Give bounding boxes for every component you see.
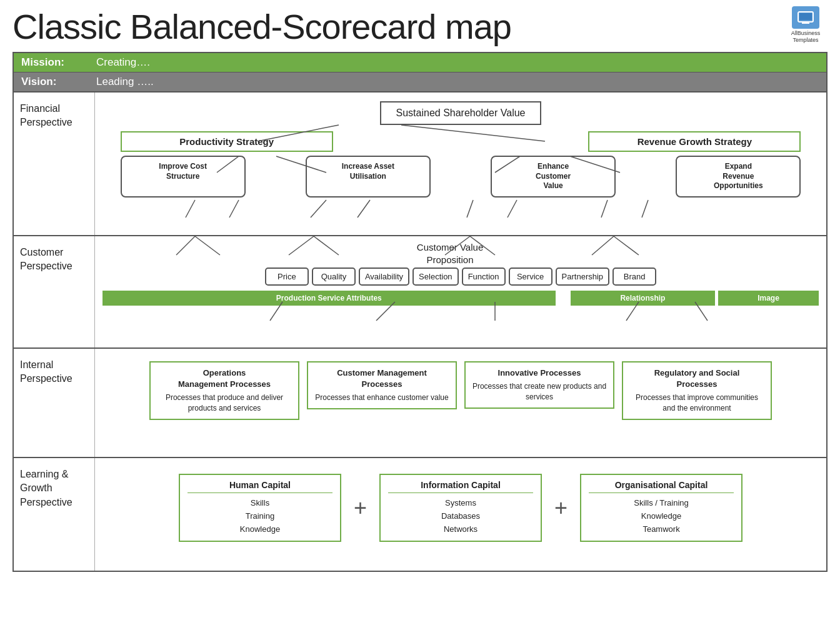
- customer-row: CustomerPerspective: [14, 236, 826, 349]
- internal-content: OperationsManagement Processes Processes…: [95, 349, 826, 457]
- attr-bar-row: Production Service Attributes Relationsh…: [102, 291, 819, 306]
- attr-function: Function: [462, 268, 506, 286]
- productivity-strategy-box: Productivity Strategy: [121, 131, 333, 152]
- internal-row: InternalPerspective OperationsManagement…: [14, 349, 826, 458]
- learning-row: Learning &GrowthPerspective Human Capita…: [14, 458, 826, 571]
- svg-line-15: [508, 200, 517, 218]
- ssv-box: Sustained Shareholder Value: [380, 101, 542, 125]
- attr-partnership: Partnership: [556, 268, 609, 286]
- title-area: Classic Balanced-Scorecard map AllBusine…: [12, 6, 828, 47]
- process-customer-mgmt-desc: Processes that enhance customer value: [314, 392, 449, 403]
- svg-rect-2: [802, 22, 809, 24]
- information-capital-title: Information Capital: [388, 480, 533, 493]
- vision-value: Leading …..: [96, 76, 154, 88]
- objective-improve-cost: Improve CostStructure: [121, 156, 246, 198]
- svg-line-14: [467, 200, 473, 218]
- svg-line-25: [614, 236, 639, 255]
- process-innovative: Innovative Processes Processes that crea…: [464, 361, 614, 409]
- svg-rect-1: [799, 13, 812, 20]
- plus-2: +: [554, 495, 568, 521]
- organisational-capital-title: Organisational Capital: [589, 480, 734, 493]
- capital-boxes: Human Capital SkillsTrainingKnowledge + …: [102, 464, 819, 551]
- attributes-row: Price Quality Availability Selection Fun…: [102, 268, 819, 286]
- attr-brand: Brand: [612, 268, 656, 286]
- vision-label: Vision:: [21, 76, 71, 88]
- svg-line-20: [289, 236, 314, 255]
- vision-row: Vision: Leading …..: [14, 72, 826, 92]
- attr-price: Price: [265, 268, 309, 286]
- process-boxes: OperationsManagement Processes Processes…: [102, 355, 819, 426]
- svg-rect-3: [805, 21, 806, 22]
- svg-line-10: [186, 200, 195, 218]
- financial-row: Financial Perspective: [14, 92, 826, 236]
- organisational-capital-box: Organisational Capital Skills / Training…: [580, 474, 742, 542]
- attr-selection: Selection: [412, 268, 458, 286]
- plus-1: +: [354, 495, 367, 521]
- objective-expand-revenue: ExpandRevenueOpportunities: [676, 156, 801, 198]
- logo-line1: AllBusiness: [784, 30, 828, 37]
- process-operations-desc: Processes that produce and deliver produ…: [157, 392, 292, 414]
- information-capital-items: SystemsDatabasesNetworks: [388, 497, 533, 536]
- mission-label: Mission:: [21, 56, 71, 69]
- scorecard: Mission: Creating…. Vision: Leading ….. …: [12, 52, 828, 572]
- human-capital-box: Human Capital SkillsTrainingKnowledge: [179, 474, 341, 542]
- objective-enhance-customer: EnhanceCustomerValue: [491, 156, 616, 198]
- objective-increase-asset: Increase AssetUtilisation: [306, 156, 431, 198]
- process-regulatory-desc: Processes that improve communities and t…: [629, 392, 764, 414]
- svg-line-17: [642, 200, 648, 218]
- process-operations: OperationsManagement Processes Processes…: [149, 361, 299, 420]
- page-title: Classic Balanced-Scorecard map: [12, 6, 511, 47]
- svg-line-24: [592, 236, 614, 255]
- logo-box: AllBusiness Templates: [784, 6, 828, 44]
- mission-row: Mission: Creating….: [14, 53, 826, 72]
- attr-quality: Quality: [312, 268, 356, 286]
- internal-label: InternalPerspective: [14, 349, 95, 457]
- svg-line-19: [195, 236, 220, 255]
- process-innovative-desc: Processes that create new products and s…: [472, 381, 607, 402]
- relationship-bar: Relationship: [571, 291, 715, 306]
- attr-service: Service: [509, 268, 552, 286]
- svg-line-13: [358, 200, 370, 218]
- svg-line-16: [601, 200, 608, 218]
- information-capital-box: Information Capital SystemsDatabasesNetw…: [379, 474, 542, 542]
- process-innovative-title: Innovative Processes: [472, 368, 607, 379]
- image-bar: Image: [718, 291, 819, 306]
- process-customer-mgmt-title: Customer ManagementProcesses: [314, 368, 449, 390]
- learning-content: Human Capital SkillsTrainingKnowledge + …: [95, 458, 826, 571]
- svg-line-12: [311, 200, 326, 218]
- financial-label: Financial Perspective: [14, 92, 95, 235]
- revenue-strategy-box: Revenue Growth Strategy: [588, 131, 801, 152]
- svg-line-21: [314, 236, 339, 255]
- organisational-capital-items: Skills / TrainingKnowledgeTeamwork: [589, 497, 734, 536]
- learning-label: Learning &GrowthPerspective: [14, 458, 95, 571]
- process-customer-mgmt: Customer ManagementProcesses Processes t…: [307, 361, 457, 409]
- logo-icon: [792, 6, 819, 29]
- human-capital-title: Human Capital: [188, 480, 332, 493]
- production-service-bar: Production Service Attributes: [102, 291, 556, 306]
- attr-availability: Availability: [359, 268, 409, 286]
- svg-line-11: [229, 200, 239, 218]
- svg-line-18: [176, 236, 195, 255]
- customer-content: Customer ValueProposition Price Quality …: [95, 236, 826, 348]
- customer-label: CustomerPerspective: [14, 236, 95, 348]
- human-capital-items: SkillsTrainingKnowledge: [188, 497, 332, 536]
- logo-line2: Templates: [784, 37, 828, 44]
- page-container: Classic Balanced-Scorecard map AllBusine…: [0, 0, 840, 578]
- financial-content: Sustained Shareholder Value Productivity…: [95, 92, 826, 235]
- process-regulatory: Regulatory and SocialProcesses Processes…: [622, 361, 772, 420]
- cvp-label: Customer ValueProposition: [417, 241, 483, 266]
- process-regulatory-title: Regulatory and SocialProcesses: [629, 368, 764, 390]
- financial-section: Sustained Shareholder Value Productivity…: [102, 99, 819, 198]
- mission-value: Creating….: [96, 56, 150, 69]
- process-operations-title: OperationsManagement Processes: [157, 368, 292, 390]
